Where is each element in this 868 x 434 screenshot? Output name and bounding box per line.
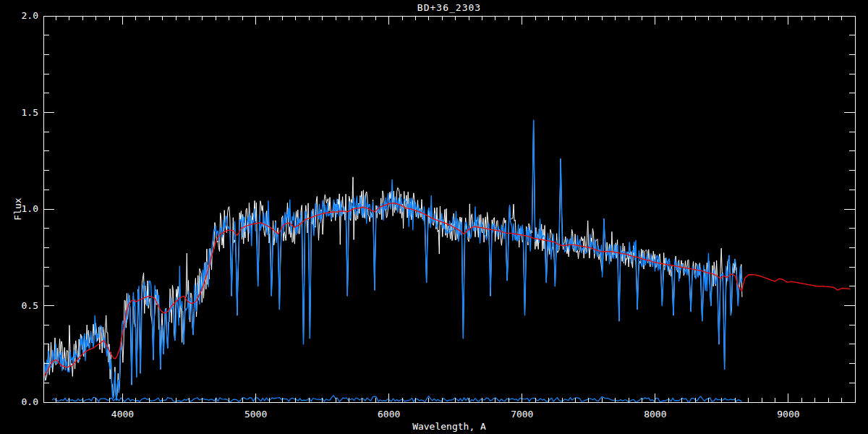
y-tick-label: 1.0 [22, 203, 38, 214]
x-tick-label: 6000 [378, 409, 400, 420]
y-tick-label: 1.5 [22, 107, 38, 118]
x-tick-label: 4000 [111, 409, 134, 420]
x-tick-label: 7000 [511, 409, 533, 420]
spectrum-chart: 4000500060007000800090000.00.51.01.52.0 … [0, 0, 868, 434]
x-tick-label: 9000 [777, 409, 799, 420]
chart-title: BD+36_2303 [417, 2, 481, 13]
x-axis-label: Wavelength, A [412, 421, 486, 432]
y-axis-label: Flux [12, 197, 23, 220]
spectrum-plot-window: 4000500060007000800090000.00.51.01.52.0 … [0, 0, 868, 434]
x-tick-label: 5000 [244, 409, 267, 420]
y-tick-label: 0.5 [22, 300, 38, 311]
y-tick-label: 0.0 [22, 396, 38, 407]
x-tick-label: 8000 [644, 409, 666, 420]
y-tick-label: 2.0 [22, 10, 38, 21]
